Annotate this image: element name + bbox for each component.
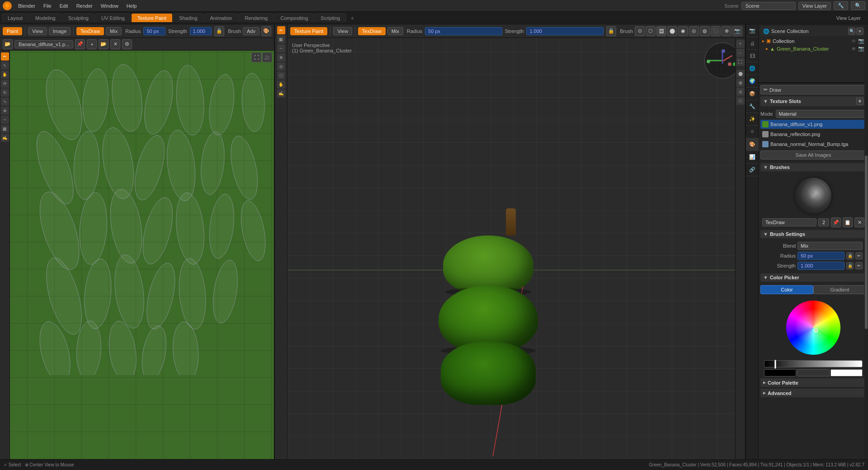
radius-input-right[interactable]: 50 px (425, 27, 502, 35)
rendered2-btn[interactable]: ◎ (689, 26, 699, 36)
color-tab-color[interactable]: Color (760, 285, 813, 294)
center-grab-tool[interactable]: ✋ (277, 80, 285, 89)
tab-scripting[interactable]: Scripting (315, 14, 346, 22)
strength-lock-btn[interactable]: 🔒 (846, 262, 854, 269)
show-texture-btn[interactable]: 🖼 (656, 26, 666, 36)
gizmo-z-dot[interactable] (722, 49, 725, 53)
constraint-props-icon[interactable]: 🔗 (746, 164, 759, 176)
swatch-dark[interactable] (797, 369, 829, 376)
tab-modeling[interactable]: Modeling (29, 14, 61, 22)
rendered-btn[interactable]: ◉ (678, 26, 688, 36)
paint-mode-btn[interactable]: Paint (3, 27, 22, 35)
advanced-header[interactable]: ▸ Advanced (760, 389, 866, 397)
texture-slot-diffuse[interactable]: Banana_diffuse_v1.png (760, 120, 866, 129)
lock-btn-right[interactable]: 🔒 (606, 26, 616, 36)
texture-slots-header[interactable]: ▼ Texture Slots + (760, 96, 866, 106)
brush-cursor-btn[interactable]: ⊙ (635, 26, 645, 36)
texdraw-btn-left[interactable]: TexDraw (76, 27, 104, 35)
outliner-banana-cluster[interactable]: ▸ ▲ Green_Banana_Cluster 👁 📷 (760, 45, 866, 52)
view-btn-left[interactable]: View (28, 27, 47, 35)
material-props-icon[interactable]: 🎨 (746, 138, 759, 151)
center-smooth-tool[interactable]: ◎ (277, 62, 285, 70)
fullscreen-btn[interactable]: ⛶ (251, 52, 261, 62)
image-close-btn[interactable]: ✕ (110, 39, 120, 49)
texture-slot-normal[interactable]: Banana_normal_Normal_Bump.tga (760, 140, 866, 149)
scene-selector[interactable]: Scene (741, 2, 796, 10)
filter-outliner-btn[interactable]: 🔍 (848, 28, 855, 35)
blend-selector-right[interactable]: Mix (387, 27, 403, 35)
image-props-btn[interactable]: ⚙ (122, 39, 132, 49)
menu-edit[interactable]: Edit (56, 2, 72, 9)
brush-name-input[interactable]: TexDraw (762, 218, 816, 226)
brush-copy-btn[interactable]: 📋 (843, 217, 853, 227)
gizmo-x-dot[interactable] (707, 60, 710, 63)
view-btn-right[interactable]: View (333, 27, 352, 35)
tab-texture-paint[interactable]: Texture Paint (132, 14, 172, 22)
data-props-icon[interactable]: 📊 (746, 151, 759, 164)
menu-window[interactable]: Window (97, 2, 122, 9)
brush-settings-header[interactable]: ▼ Brush Settings (760, 230, 866, 238)
tab-compositing[interactable]: Compositing (274, 14, 314, 22)
smear-tool[interactable]: ~ (1, 116, 9, 124)
lock-btn-left[interactable]: 🔒 (214, 26, 224, 36)
view-layer-props-icon[interactable]: 🎞 (746, 50, 759, 62)
image-pin-btn[interactable]: 📌 (75, 39, 85, 49)
scene-props-icon[interactable]: 🌐 (746, 62, 759, 75)
render-mode-tool[interactable]: ⬤ (736, 70, 745, 78)
radius-prop-value[interactable]: 50 px (797, 252, 844, 260)
tab-shading[interactable]: Shading (173, 14, 203, 22)
brush-pin-btn[interactable]: 📌 (831, 217, 841, 227)
radius-pen-btn[interactable]: ✏ (855, 252, 863, 259)
browse-image-btn[interactable]: 📂 (3, 39, 13, 49)
gizmo-btn[interactable]: ⊕ (722, 26, 731, 36)
physics-props-icon[interactable]: ⚛ (746, 126, 759, 138)
strength-input-left[interactable]: 1.000 (190, 27, 212, 35)
properties-scrollbar[interactable] (864, 24, 868, 459)
tab-layout[interactable]: Layout (2, 14, 28, 22)
world-props-icon[interactable]: 🌍 (746, 75, 759, 88)
center-annotate-tool[interactable]: ✍ (277, 89, 285, 98)
render-icon-2[interactable]: 📷 (858, 46, 864, 52)
gizmo-y-dot[interactable] (728, 62, 731, 66)
object-props-icon[interactable]: 📦 (746, 88, 759, 100)
blend-select[interactable]: Mix (797, 242, 863, 250)
rotate-tool[interactable]: ↻ (1, 89, 9, 97)
transform-tool[interactable]: ⟳ (1, 80, 9, 88)
save-all-btn[interactable]: Save All Images (760, 150, 866, 160)
select-tool[interactable]: ↖ (1, 61, 9, 70)
brushes-header[interactable]: ▼ Brushes (760, 163, 866, 171)
camera-btn[interactable]: 🎥 (262, 52, 272, 62)
color-picker-header[interactable]: ▼ Color Picker (760, 273, 866, 282)
engine-selector[interactable]: 🔧 (834, 1, 848, 10)
outliner-collection[interactable]: ▸ ▣ Collection 👁 📷 (760, 37, 866, 45)
search-btn[interactable]: 🔍 (851, 1, 865, 10)
adv-btn[interactable]: Adv (243, 27, 259, 35)
grab-tool[interactable]: ✋ (1, 70, 9, 79)
swatch-black[interactable] (764, 369, 796, 376)
color-wheel[interactable] (786, 301, 840, 355)
brush-num[interactable]: 2 (818, 218, 829, 226)
scrollbar-thumb[interactable] (865, 155, 868, 329)
brightness-handle[interactable] (774, 360, 776, 369)
render-icon[interactable]: 📷 (858, 38, 864, 44)
center-fill-tool[interactable]: ▦ (277, 35, 285, 43)
texture-slot-reflection[interactable]: Banana_reflection.png (760, 130, 866, 139)
menu-blender[interactable]: Blender (14, 2, 39, 9)
fill-tool[interactable]: ▦ (1, 125, 9, 133)
color-cursor[interactable] (814, 329, 818, 332)
menu-render[interactable]: Render (73, 2, 96, 9)
eye-icon-2[interactable]: 👁 (851, 46, 856, 52)
uv-canvas[interactable]: ✏ ↖ ✋ ⟳ ↻ ⤡ ⊕ ~ ▦ ✍ (0, 51, 274, 459)
output-props-icon[interactable]: 🖨 (746, 37, 759, 50)
mode-select[interactable]: Material (776, 110, 866, 118)
tab-add[interactable]: + (347, 13, 358, 23)
scale-tool[interactable]: ⤡ (1, 98, 9, 106)
image-btn[interactable]: Image (49, 27, 71, 35)
center-mask-tool[interactable]: ⬡ (277, 71, 285, 80)
solid-mode-tool[interactable]: ◎ (736, 88, 745, 96)
menu-file[interactable]: File (40, 2, 55, 9)
overlay-btn[interactable]: ⬛ (711, 26, 721, 36)
image-name[interactable]: Banana_diffuse_v1.p... (14, 40, 73, 48)
brush-delete-btn[interactable]: ✕ (854, 217, 864, 227)
particles-props-icon[interactable]: ✨ (746, 113, 759, 126)
